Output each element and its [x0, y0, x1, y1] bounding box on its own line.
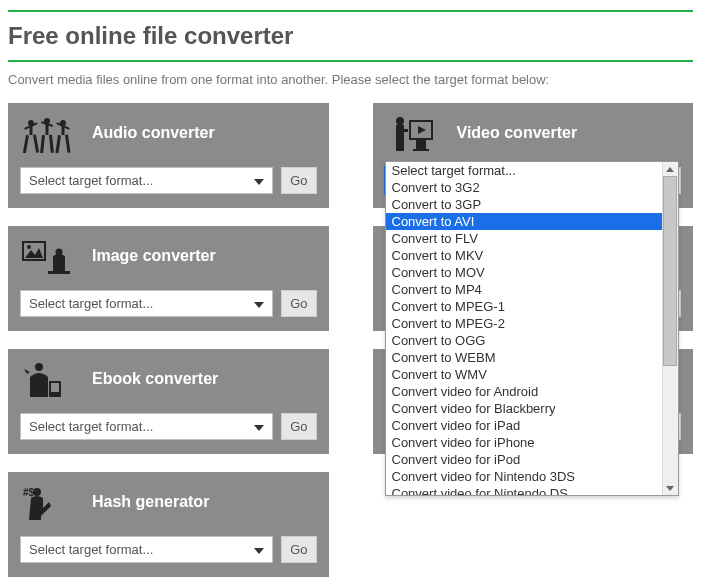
dropdown-scrollbar[interactable]: [662, 162, 678, 495]
image-icon: [20, 236, 72, 276]
video-option[interactable]: Convert video for Nintendo 3DS: [386, 468, 678, 485]
scroll-up-icon[interactable]: [663, 162, 678, 176]
card-title-ebook: Ebook converter: [92, 370, 218, 388]
video-option[interactable]: Convert to 3G2: [386, 179, 678, 196]
card-title-audio: Audio converter: [92, 124, 215, 142]
svg-text:#$: #$: [23, 487, 35, 498]
svg-rect-2: [23, 135, 29, 153]
svg-rect-8: [49, 135, 54, 153]
scroll-thumb[interactable]: [663, 176, 677, 366]
image-format-select[interactable]: Select target format...: [20, 290, 273, 317]
hash-icon: #$: [20, 482, 72, 522]
hash-go-button[interactable]: Go: [281, 536, 316, 563]
video-option[interactable]: Convert video for iPad: [386, 417, 678, 434]
video-option[interactable]: Convert to WMV: [386, 366, 678, 383]
video-option[interactable]: Convert to OGG: [386, 332, 678, 349]
video-option[interactable]: Convert to MPEG-2: [386, 315, 678, 332]
video-option[interactable]: Convert video for Blackberry: [386, 400, 678, 417]
audio-icon: [20, 113, 72, 153]
hash-format-select[interactable]: Select target format...: [20, 536, 273, 563]
video-option[interactable]: Convert video for Nintendo DS: [386, 485, 678, 495]
video-option[interactable]: Convert video for iPod: [386, 451, 678, 468]
scroll-down-icon[interactable]: [663, 481, 678, 495]
card-hash: #$ Hash generator Select target format..…: [8, 472, 329, 577]
svg-rect-16: [404, 129, 408, 132]
ebook-icon: [20, 359, 72, 399]
divider-under-title: [8, 60, 693, 62]
ebook-format-select[interactable]: Select target format...: [20, 413, 273, 440]
card-audio: Audio converter Select target format... …: [8, 103, 329, 208]
card-title-video: Video converter: [457, 124, 578, 142]
video-option[interactable]: Convert to WEBM: [386, 349, 678, 366]
card-title-image: Image converter: [92, 247, 216, 265]
video-option[interactable]: Convert to MOV: [386, 264, 678, 281]
svg-rect-20: [413, 149, 429, 151]
svg-rect-32: [51, 383, 59, 392]
video-option[interactable]: Convert video for Android: [386, 383, 678, 400]
video-option[interactable]: Convert to FLV: [386, 230, 678, 247]
ebook-go-button[interactable]: Go: [281, 413, 316, 440]
video-option[interactable]: Convert video for iPhone: [386, 434, 678, 451]
audio-format-select[interactable]: Select target format...: [20, 167, 273, 194]
page-title: Free online file converter: [8, 22, 693, 50]
page-subtitle: Convert media files online from one form…: [8, 72, 693, 87]
svg-rect-25: [48, 271, 70, 274]
svg-rect-19: [416, 139, 426, 149]
audio-go-button[interactable]: Go: [281, 167, 316, 194]
card-ebook: Ebook converter Select target format... …: [8, 349, 329, 454]
image-go-button[interactable]: Go: [281, 290, 316, 317]
video-option[interactable]: Convert to MPEG-1: [386, 298, 678, 315]
video-option[interactable]: Convert to MP4: [386, 281, 678, 298]
svg-point-36: [33, 488, 41, 496]
svg-marker-22: [25, 248, 43, 258]
video-option[interactable]: Convert to 3GP: [386, 196, 678, 213]
video-option[interactable]: Convert to AVI: [386, 213, 678, 230]
svg-point-15: [396, 117, 404, 125]
card-image: Image converter Select target format... …: [8, 226, 329, 331]
svg-rect-12: [55, 135, 60, 153]
cards-grid: Audio converter Select target format... …: [8, 103, 693, 577]
svg-rect-13: [65, 135, 70, 153]
svg-point-23: [27, 245, 31, 249]
video-icon: [385, 113, 437, 153]
svg-rect-3: [33, 134, 39, 152]
video-option[interactable]: Convert to MKV: [386, 247, 678, 264]
svg-rect-7: [40, 135, 45, 153]
divider-top: [8, 10, 693, 12]
video-option[interactable]: Select target format...: [386, 162, 678, 179]
svg-point-30: [35, 363, 43, 371]
video-format-dropdown: Select target format...Convert to 3G2Con…: [385, 161, 679, 496]
card-video: Video converter Select target format... …: [373, 103, 694, 208]
card-title-hash: Hash generator: [92, 493, 209, 511]
